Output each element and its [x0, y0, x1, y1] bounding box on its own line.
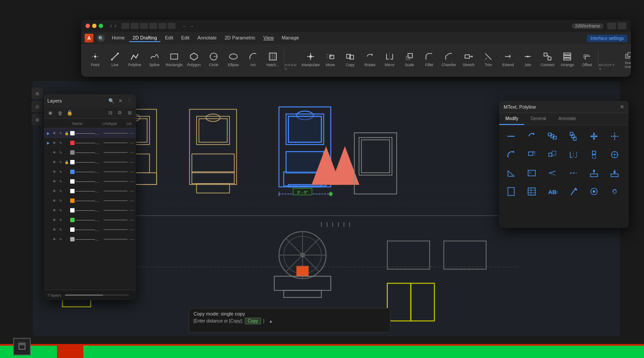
- rp-tool-resize-rect[interactable]: [523, 166, 540, 181]
- rp-tool-pen[interactable]: [565, 184, 582, 199]
- rp-tool-line-dash[interactable]: [565, 166, 582, 181]
- rp-tool-flip-h[interactable]: [565, 147, 582, 162]
- tool-line[interactable]: Line: [105, 47, 125, 71]
- layer-visibility-icon[interactable]: ◉: [47, 109, 54, 117]
- tab-general[interactable]: General: [524, 113, 552, 125]
- back-arrow[interactable]: ‹: [110, 23, 112, 29]
- sidebar-icon-3[interactable]: ⊠: [32, 114, 43, 125]
- rp-tool-page[interactable]: [503, 184, 519, 199]
- menu-express-tools[interactable]: Manage: [278, 34, 303, 42]
- tool-rectangle[interactable]: Rectangle: [165, 47, 184, 71]
- layer-row[interactable]: 👁 ✎ ──────────── ──: [44, 167, 136, 177]
- menu-edit[interactable]: Edit: [161, 34, 177, 42]
- command-copy-value[interactable]: Copy: [245, 318, 261, 324]
- layer-delete-icon[interactable]: 🗑: [56, 109, 64, 117]
- right-panel-close-button[interactable]: ✕: [620, 104, 624, 110]
- menu-home[interactable]: Home: [108, 34, 128, 42]
- rp-tool-copy-h[interactable]: [544, 129, 561, 144]
- menu-2d-parametric[interactable]: Annotate: [194, 34, 220, 42]
- rp-tool-circle-star[interactable]: [586, 184, 602, 199]
- layer-row[interactable]: ▶ 👁 ✎ ──────────── ──: [44, 138, 136, 148]
- menu-2d-drafting[interactable]: 2D Drafting: [129, 34, 161, 42]
- rp-tool-triangle[interactable]: [503, 166, 519, 181]
- tab-annotate[interactable]: Annotate: [552, 113, 582, 125]
- tool-chamfer[interactable]: Chamfer: [439, 47, 458, 71]
- rp-tool-plus-cross[interactable]: [586, 147, 602, 162]
- sidebar-icon-1[interactable]: ⊞: [32, 88, 43, 99]
- tool-spline[interactable]: Spline: [145, 47, 164, 71]
- tool-ellipse[interactable]: Ellipse: [224, 47, 243, 71]
- rp-tool-circle-target[interactable]: [606, 147, 623, 162]
- rp-tool-upload[interactable]: [586, 166, 602, 181]
- view-icon-1[interactable]: [607, 22, 616, 29]
- rp-tool-line[interactable]: [503, 129, 519, 144]
- layers-search-icon[interactable]: 🔍: [108, 97, 115, 104]
- tool-circle[interactable]: Circle: [204, 47, 223, 71]
- search-button[interactable]: 🔍: [97, 34, 105, 42]
- tool-draw-order[interactable]: DrawOrder: [619, 47, 631, 71]
- layer-filter-icon[interactable]: ⊟: [106, 109, 114, 117]
- tab-modify[interactable]: Modify: [499, 113, 524, 125]
- layer-row[interactable]: 👁 ✎ ──────────── ──: [44, 225, 136, 234]
- rp-tool-move-arrows[interactable]: [606, 129, 623, 144]
- layer-expand-icon[interactable]: ⊞: [125, 109, 133, 117]
- tool-offset[interactable]: Offset: [577, 47, 597, 71]
- layer-row[interactable]: ▶ 👁 ✎ 🔒 ──────────── ──: [44, 128, 136, 138]
- rp-tool-chain[interactable]: [606, 184, 623, 199]
- layer-row[interactable]: 👁 ✎ ──────────── ──: [44, 215, 136, 225]
- tool-trim[interactable]: Trim: [479, 47, 498, 71]
- tool-copy[interactable]: Copy: [340, 47, 360, 71]
- rp-tool-rotate[interactable]: [523, 129, 540, 144]
- tool-scale[interactable]: Scale: [400, 47, 419, 71]
- layer-row[interactable]: 👁 ✎ 🔒 ──────────── ──: [44, 157, 136, 167]
- tool-hatch[interactable]: Hatch...: [263, 47, 283, 71]
- maximize-button[interactable]: [99, 24, 103, 28]
- rp-tool-move-cross[interactable]: [586, 129, 602, 144]
- layer-row[interactable]: 👁 ✎ ──────────── ──: [44, 196, 136, 206]
- layer-row[interactable]: 👁 ✎ ──────────── ──: [44, 206, 136, 215]
- rp-tool-copy-v[interactable]: [565, 129, 582, 144]
- rp-tool-table[interactable]: [523, 184, 540, 199]
- rp-tool-arrow-l[interactable]: [544, 166, 561, 181]
- tool-extend[interactable]: Extend: [498, 47, 518, 71]
- layer-row[interactable]: 👁 ✎ ──────────── ──: [44, 177, 136, 186]
- rp-tool-download[interactable]: [606, 166, 623, 181]
- forward-arrow[interactable]: ›: [114, 23, 116, 29]
- rp-tool-scale-box[interactable]: [544, 147, 561, 162]
- tool-manipulate[interactable]: Manipulate: [301, 47, 320, 71]
- menu-manage[interactable]: View: [260, 34, 277, 42]
- interface-settings-button[interactable]: Interface settings: [587, 35, 627, 42]
- layer-lock-icon[interactable]: 🔒: [66, 109, 74, 117]
- tool-connect[interactable]: Connect: [538, 47, 557, 71]
- layers-scrollbar[interactable]: [65, 294, 129, 296]
- tool-point[interactable]: Point: [86, 47, 105, 71]
- tool-mirror[interactable]: Mirror: [380, 47, 399, 71]
- tool-arc[interactable]: Arc: [243, 47, 263, 71]
- sidebar-icon-2[interactable]: ⊟: [32, 101, 43, 112]
- rp-tool-arc[interactable]: [503, 147, 519, 162]
- tool-move[interactable]: Move: [321, 47, 340, 71]
- layers-close-icon[interactable]: ✕: [117, 97, 124, 104]
- tool-rotate[interactable]: Rotate: [360, 47, 379, 71]
- layer-row[interactable]: 👁 ✎ ──────────── ──: [44, 234, 136, 244]
- tool-arrange[interactable]: Arrange: [558, 47, 577, 71]
- tool-join[interactable]: Join: [518, 47, 537, 71]
- workspace-dropdown[interactable]: 2dWireframe: [572, 23, 604, 29]
- view-icon-2[interactable]: [618, 22, 626, 29]
- minimize-button[interactable]: [92, 24, 97, 28]
- menu-annotate[interactable]: Edit: [178, 34, 193, 42]
- rp-tool-abc[interactable]: ABC: [544, 184, 561, 199]
- layer-row[interactable]: 👁 ✎ ──────────── ──: [44, 186, 136, 196]
- tool-fillet[interactable]: Fillet: [419, 47, 439, 71]
- tool-polyline[interactable]: Polyline: [125, 47, 144, 71]
- modify-arrow[interactable]: ∨: [599, 67, 615, 71]
- layer-settings-icon[interactable]: ⚙: [116, 109, 124, 117]
- rp-tool-rect-resize[interactable]: [523, 147, 540, 162]
- draw-arrow[interactable]: ∨: [285, 67, 297, 71]
- tool-polygon[interactable]: Polygon: [184, 47, 204, 71]
- layers-menu-icon[interactable]: ⋮: [125, 97, 132, 104]
- menu-view[interactable]: 2D Parametric: [221, 34, 259, 42]
- layer-row[interactable]: 👁 ✎ ──────────── ──: [44, 148, 136, 157]
- tool-stretch[interactable]: Stretch: [459, 47, 478, 71]
- close-button[interactable]: [86, 24, 90, 28]
